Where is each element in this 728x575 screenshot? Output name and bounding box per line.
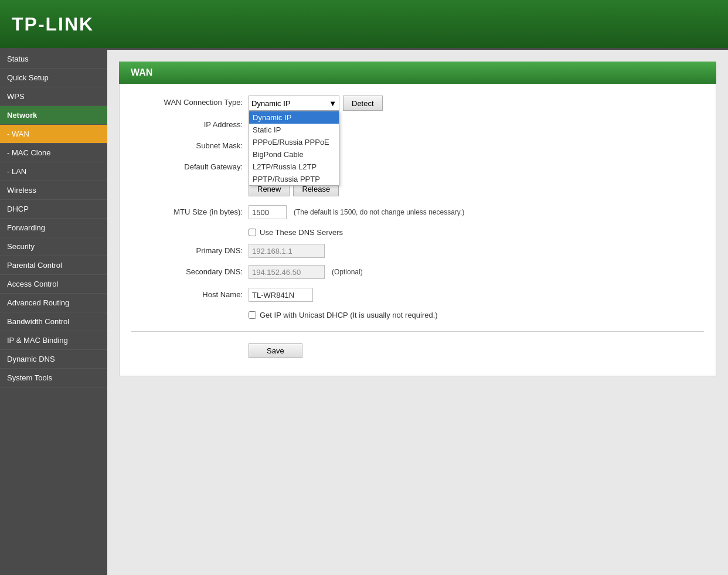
form-area: WAN Connection Type: Dynamic IP ▼ Dynami… [119, 84, 716, 376]
dropdown-option-bigpond-cable[interactable]: BigPond Cable [249, 148, 339, 161]
sidebar-item-wps[interactable]: WPS [0, 87, 107, 106]
sidebar: StatusQuick SetupWPSNetwork- WAN- MAC Cl… [0, 50, 107, 575]
sidebar-item-ip-mac-binding[interactable]: IP & MAC Binding [0, 331, 107, 350]
sidebar-item-forwarding[interactable]: Forwarding [0, 219, 107, 237]
dropdown-option-pptp-russia-pptp[interactable]: PPTP/Russia PPTP [249, 173, 339, 185]
secondary-dns-input[interactable] [249, 265, 325, 279]
save-area: Save [249, 343, 704, 358]
renew-release-row: Renew Release [131, 181, 704, 196]
dropdown-option-l2tp-russia-l2tp[interactable]: L2TP/Russia L2TP [249, 161, 339, 173]
sidebar-item-dhcp[interactable]: DHCP [0, 200, 107, 219]
save-button[interactable]: Save [249, 343, 302, 358]
sidebar-item-system-tools[interactable]: System Tools [0, 369, 107, 387]
wan-type-dropdown-container[interactable]: Dynamic IP ▼ Dynamic IPStatic IPPPPoE/Ru… [249, 96, 339, 111]
logo: TP-LINK [12, 13, 94, 35]
detect-button[interactable]: Detect [343, 96, 383, 111]
sidebar-item-dynamic-dns[interactable]: Dynamic DNS [0, 350, 107, 369]
use-dns-row: Use These DNS Servers [249, 228, 704, 237]
ip-address-row: IP Address: [131, 118, 704, 132]
mtu-input[interactable] [249, 205, 287, 219]
dropdown-selected-text: Dynamic IP [251, 99, 290, 108]
sidebar-item-parental-control[interactable]: Parental Control [0, 256, 107, 275]
wan-connection-type-row: WAN Connection Type: Dynamic IP ▼ Dynami… [131, 96, 704, 111]
host-name-row: Host Name: [131, 288, 704, 302]
main-layout: StatusQuick SetupWPSNetwork- WAN- MAC Cl… [0, 50, 728, 575]
sidebar-item-bandwidth-control[interactable]: Bandwidth Control [0, 312, 107, 331]
mtu-row: MTU Size (in bytes): (The default is 150… [131, 205, 704, 219]
dropdown-option-dynamic-ip[interactable]: Dynamic IP [249, 111, 339, 124]
use-dns-checkbox[interactable] [249, 229, 256, 236]
sidebar-item-wireless[interactable]: Wireless [0, 181, 107, 200]
unicast-dhcp-checkbox[interactable] [249, 311, 256, 319]
secondary-dns-controls: (Optional) [249, 265, 704, 279]
sidebar-item-mac-clone[interactable]: - MAC Clone [0, 144, 107, 162]
sidebar-item-network[interactable]: Network [0, 106, 107, 125]
mtu-hint: (The default is 1500, do not change unle… [294, 205, 464, 216]
primary-dns-input[interactable] [249, 244, 325, 258]
sidebar-item-security[interactable]: Security [0, 237, 107, 256]
wan-type-dropdown-display[interactable]: Dynamic IP ▼ [249, 96, 339, 111]
unicast-dhcp-label: Get IP with Unicast DHCP (It is usually … [260, 311, 438, 319]
content: WAN WAN Connection Type: Dynamic IP ▼ Dy… [107, 50, 728, 575]
page-title: WAN [119, 62, 716, 84]
wan-type-dropdown-list[interactable]: Dynamic IPStatic IPPPPoE/Russia PPPoEBig… [249, 111, 339, 186]
dropdown-option-pppoe-russia-pppoe[interactable]: PPPoE/Russia PPPoE [249, 136, 339, 148]
sidebar-item-lan[interactable]: - LAN [0, 162, 107, 181]
default-gateway-row: Default Gateway: [131, 160, 704, 174]
secondary-dns-row: Secondary DNS: (Optional) [131, 265, 704, 279]
sidebar-item-status[interactable]: Status [0, 50, 107, 69]
use-dns-label: Use These DNS Servers [260, 228, 343, 237]
default-gateway-label: Default Gateway: [131, 160, 249, 171]
wan-connection-type-controls: Dynamic IP ▼ Dynamic IPStatic IPPPPoE/Ru… [249, 96, 704, 111]
sidebar-item-quick-setup[interactable]: Quick Setup [0, 69, 107, 87]
primary-dns-label: Primary DNS: [131, 244, 249, 255]
subnet-mask-label: Subnet Mask: [131, 139, 249, 150]
host-name-controls [249, 288, 704, 302]
sidebar-item-access-control[interactable]: Access Control [0, 275, 107, 294]
sidebar-item-wan[interactable]: - WAN [0, 125, 107, 144]
primary-dns-row: Primary DNS: [131, 244, 704, 258]
unicast-dhcp-row: Get IP with Unicast DHCP (It is usually … [249, 311, 704, 319]
host-name-label: Host Name: [131, 288, 249, 299]
sidebar-item-advanced-routing[interactable]: Advanced Routing [0, 294, 107, 312]
dropdown-arrow-icon: ▼ [329, 99, 336, 108]
subnet-mask-row: Subnet Mask: [131, 139, 704, 153]
dropdown-option-static-ip[interactable]: Static IP [249, 124, 339, 136]
header: TP-LINK [0, 0, 728, 50]
mtu-label: MTU Size (in bytes): [131, 205, 249, 216]
primary-dns-controls [249, 244, 704, 258]
mtu-controls: (The default is 1500, do not change unle… [249, 205, 704, 219]
form-divider [131, 331, 704, 332]
wan-connection-type-label: WAN Connection Type: [131, 96, 249, 107]
secondary-dns-optional: (Optional) [332, 265, 363, 276]
ip-address-label: IP Address: [131, 118, 249, 129]
secondary-dns-label: Secondary DNS: [131, 265, 249, 276]
renew-release-spacer [131, 181, 249, 183]
host-name-input[interactable] [249, 288, 313, 302]
